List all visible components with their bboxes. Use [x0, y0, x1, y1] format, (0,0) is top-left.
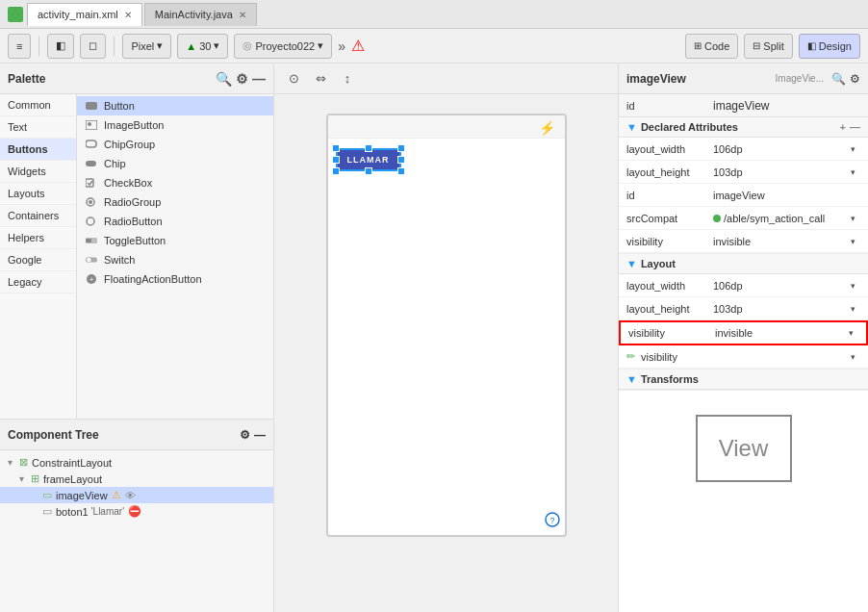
category-common[interactable]: Common — [0, 94, 76, 116]
palette-item-chipgroup[interactable]: ChipGroup — [77, 135, 273, 154]
project-dropdown[interactable]: ◎ Proyecto022 ▾ — [234, 34, 332, 59]
menu-button[interactable]: ≡ — [8, 34, 31, 59]
close-tab1-button[interactable]: ✕ — [124, 10, 132, 20]
eye-icon[interactable]: 👁 — [125, 490, 136, 501]
attr-key-lw2: layout_width — [626, 280, 713, 292]
palette-item-button[interactable]: Button — [77, 96, 273, 115]
remove-attr-icon[interactable]: — — [850, 121, 860, 133]
attr-dropdown-lw[interactable]: ▾ — [845, 141, 860, 157]
imageview-label: imageView — [56, 490, 108, 501]
handle-mr[interactable] — [397, 156, 405, 164]
category-helpers[interactable]: Helpers — [0, 227, 76, 249]
palette-item-imagebutton[interactable]: ImageButton — [77, 115, 273, 135]
palette-minimize-icon[interactable]: — — [252, 71, 266, 87]
attr-search-icon[interactable]: 🔍 — [831, 72, 846, 86]
expand-framelayout-icon[interactable]: ▾ — [19, 473, 31, 484]
close-tab2-button[interactable]: ✕ — [239, 10, 246, 20]
handle-bm[interactable] — [365, 167, 372, 175]
handle-tl[interactable] — [332, 144, 340, 152]
svg-rect-10 — [86, 239, 91, 242]
palette-categories: Common Text Buttons Widgets Layouts Cont… — [0, 94, 77, 419]
category-text[interactable]: Text — [0, 116, 76, 139]
attr-src-value-with-icon: /able/sym_action_call — [713, 213, 825, 224]
handle-ml[interactable] — [332, 156, 340, 164]
section-transforms-title[interactable]: ▼ Transforms — [619, 370, 868, 390]
code-view-button[interactable]: ⊞ Code — [685, 34, 738, 59]
framelayout-label: frameLayout — [43, 473, 102, 485]
category-legacy[interactable]: Legacy — [0, 271, 76, 293]
project-icon: ◎ — [243, 39, 252, 52]
attr-dropdown-lw2[interactable]: ▾ — [845, 278, 860, 293]
pixel-dropdown[interactable]: Pixel ▾ — [122, 34, 171, 59]
tree-item-framelayout[interactable]: ▾ ⊞ frameLayout — [0, 471, 273, 487]
attr-value-lh: 103dp ▾ — [713, 165, 860, 180]
handle-br[interactable] — [397, 167, 405, 175]
category-layouts[interactable]: Layouts — [0, 183, 76, 205]
android-icon: ▲ — [186, 40, 196, 52]
expand-transforms-icon: ▼ — [626, 373, 637, 385]
palette-item-togglebutton[interactable]: ToggleButton — [77, 231, 273, 250]
design-view-icon: ◧ — [807, 40, 816, 51]
tree-minimize-icon[interactable]: — — [254, 428, 266, 442]
pan-button[interactable]: ⇔ — [309, 67, 332, 90]
zoom-out-button[interactable]: ⊙ — [282, 67, 305, 90]
component-tree-panel: Component Tree ⚙ — ▾ ⊠ ConstraintLayout … — [0, 420, 273, 612]
category-buttons[interactable]: Buttons — [0, 139, 76, 161]
attr-value-id[interactable]: imageView — [713, 99, 860, 113]
tree-item-imageview[interactable]: ▶ ▭ imageView ⚠ 👁 — [0, 487, 273, 503]
handle-tr[interactable] — [397, 144, 405, 152]
palette-settings-icon[interactable]: ⚙ — [236, 71, 248, 87]
tree-item-boton1[interactable]: ▶ ▭ boton1 'Llamar' ⛔ — [0, 503, 273, 520]
togglebutton-icon — [85, 234, 98, 247]
help-button[interactable]: ? — [545, 512, 560, 530]
palette-item-checkbox[interactable]: CheckBox — [77, 173, 273, 192]
tree-header: Component Tree ⚙ — — [0, 420, 273, 450]
attr-settings-icon[interactable]: ⚙ — [850, 72, 860, 86]
error-icon[interactable]: ⚠ — [351, 37, 365, 55]
attr-row-srccompat: srcCompat /able/sym_action_call ▾ — [619, 207, 868, 230]
category-google[interactable]: Google — [0, 249, 76, 271]
attr-dropdown-vis2[interactable]: ▾ — [845, 349, 860, 365]
api-dropdown[interactable]: ▲ 30 ▾ — [177, 34, 228, 59]
palette-item-radiobutton[interactable]: RadioButton — [77, 212, 273, 231]
tree-actions: ⚙ — — [240, 428, 266, 442]
toolbar-separator-2 — [114, 37, 115, 56]
tab-activity-main[interactable]: activity_main.xml ✕ — [27, 3, 142, 26]
split-view-button[interactable]: ⊟ Split — [744, 34, 792, 59]
attr-key-vis2: visibility — [641, 351, 728, 363]
blueprint-button[interactable]: ◻ — [80, 34, 106, 59]
attr-dropdown-src[interactable]: ▾ — [845, 211, 860, 226]
attr-dropdown-lh[interactable]: ▾ — [845, 165, 860, 180]
chevron-down-icon: ▾ — [157, 39, 163, 52]
palette-item-radiogroup[interactable]: RadioGroup — [77, 192, 273, 212]
tree-settings-icon[interactable]: ⚙ — [240, 428, 250, 442]
tree-item-constraintlayout[interactable]: ▾ ⊠ ConstraintLayout — [0, 454, 273, 471]
section-declared-title[interactable]: ▼ Declared Attributes + — — [619, 117, 868, 138]
palette-item-switch[interactable]: Switch — [77, 250, 273, 269]
attr-dropdown-vis-hl[interactable]: ▾ — [843, 325, 858, 341]
design-view-button[interactable]: ◧ Design — [799, 34, 860, 59]
handle-tm[interactable] — [365, 144, 372, 152]
attr-dropdown-lh2[interactable]: ▾ — [845, 301, 860, 317]
palette-item-chip[interactable]: Chip — [77, 154, 273, 173]
section-layout-title[interactable]: ▼ Layout — [619, 254, 868, 274]
expand-constraintlayout-icon[interactable]: ▾ — [8, 457, 19, 468]
design-mode-button[interactable]: ◧ — [47, 34, 74, 59]
attr-vis2-container: ✏ visibility — [626, 350, 728, 363]
radiobutton-icon — [85, 215, 98, 228]
svg-rect-4 — [86, 161, 96, 166]
more-options-icon[interactable]: » — [338, 38, 345, 54]
palette-search-icon[interactable]: 🔍 — [216, 71, 232, 87]
design-widget-area[interactable]: LLAMAR — [336, 148, 401, 171]
tab-mainactivity[interactable]: MainActivity.java ✕ — [144, 3, 257, 26]
handle-bl[interactable] — [332, 167, 340, 175]
add-attr-icon[interactable]: + — [840, 121, 846, 133]
category-widgets[interactable]: Widgets — [0, 161, 76, 183]
attr-dropdown-vis-decl[interactable]: ▾ — [845, 234, 860, 249]
palette-item-fab[interactable]: + FloatingActionButton — [77, 269, 273, 289]
attr-key-vis-hl: visibility — [628, 327, 715, 339]
category-containers[interactable]: Containers — [0, 205, 76, 227]
constraintlayout-label: ConstraintLayout — [32, 457, 112, 469]
attr-actions: 🔍 ⚙ — [831, 72, 860, 86]
arrows-button[interactable]: ↕ — [336, 67, 359, 90]
